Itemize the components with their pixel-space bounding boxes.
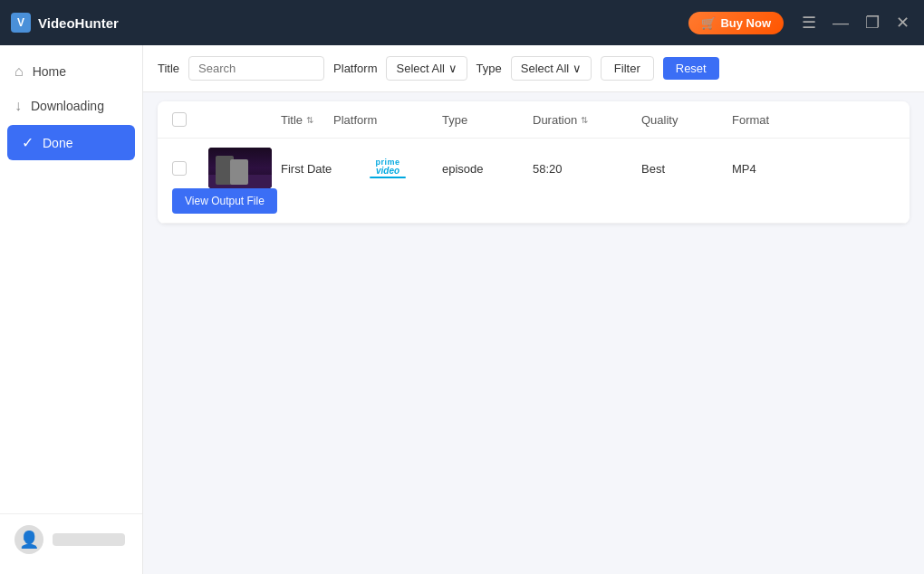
thumbnail-scene bbox=[208, 148, 272, 188]
buy-now-button[interactable]: 🛒 Buy Now bbox=[688, 12, 784, 34]
video-type: episode bbox=[442, 162, 484, 176]
header-format-col: Format bbox=[732, 113, 895, 127]
platform-label: Platform bbox=[333, 62, 377, 75]
quality-col-label: Quality bbox=[641, 113, 678, 127]
sidebar: ⌂ Home ↓ Downloading ✓ Done 👤 bbox=[0, 45, 143, 574]
select-all-checkbox[interactable] bbox=[172, 112, 187, 127]
window-controls: ☰ — ❐ ✕ bbox=[798, 13, 913, 33]
toolbar: Title Platform Select All ∨ Type Select … bbox=[143, 45, 924, 92]
header-title-col: Title ⇅ bbox=[281, 113, 333, 127]
sidebar-item-home[interactable]: ⌂ Home bbox=[0, 54, 142, 89]
row-duration-cell: 58:20 bbox=[533, 160, 641, 177]
view-output-button[interactable]: View Output File bbox=[172, 188, 277, 214]
title-label: Title bbox=[158, 62, 179, 75]
header-quality-col: Quality bbox=[641, 113, 732, 127]
app-logo-char: V bbox=[17, 16, 24, 29]
row-title-cell: First Date bbox=[281, 160, 333, 177]
cart-icon: 🛒 bbox=[701, 16, 716, 30]
sidebar-downloading-label: Downloading bbox=[31, 99, 104, 113]
reset-button[interactable]: Reset bbox=[663, 57, 719, 80]
home-icon: ⌂ bbox=[14, 63, 24, 80]
buy-now-label: Buy Now bbox=[720, 16, 771, 30]
type-select[interactable]: Select All ∨ bbox=[511, 56, 592, 81]
title-sort-icon[interactable]: ⇅ bbox=[306, 115, 313, 125]
row-checkbox-cell bbox=[172, 161, 208, 176]
download-icon: ↓ bbox=[14, 98, 22, 114]
sidebar-home-label: Home bbox=[33, 64, 66, 79]
app-logo: V bbox=[11, 13, 31, 33]
table-container: Title ⇅ Platform Type Duration ⇅ Quality bbox=[143, 92, 924, 574]
filter-button[interactable]: Filter bbox=[601, 56, 654, 81]
avatar: 👤 bbox=[14, 525, 43, 554]
video-format: MP4 bbox=[732, 162, 756, 176]
search-input[interactable] bbox=[188, 56, 324, 81]
format-col-label: Format bbox=[732, 113, 769, 127]
video-title: First Date bbox=[281, 162, 332, 176]
titlebar-left: V VideoHunter bbox=[11, 13, 119, 33]
duration-col-label: Duration bbox=[533, 113, 577, 127]
table-header: Title ⇅ Platform Type Duration ⇅ Quality bbox=[158, 101, 910, 139]
row-quality-cell: Best bbox=[641, 160, 732, 177]
avatar-icon: 👤 bbox=[19, 530, 39, 550]
minimize-button[interactable]: — bbox=[829, 13, 852, 33]
prime-video-text: video bbox=[376, 167, 399, 176]
header-platform-col: Platform bbox=[333, 113, 442, 127]
sidebar-user: 👤 bbox=[0, 513, 142, 565]
header-duration-col: Duration ⇅ bbox=[533, 113, 641, 127]
platform-select[interactable]: Select All ∨ bbox=[386, 56, 467, 81]
header-type-col: Type bbox=[442, 113, 533, 127]
app-title: VideoHunter bbox=[38, 15, 119, 31]
video-quality: Best bbox=[641, 162, 665, 176]
close-button[interactable]: ✕ bbox=[892, 13, 913, 33]
sidebar-item-done[interactable]: ✓ Done bbox=[7, 125, 135, 160]
platform-select-value: Select All ∨ bbox=[396, 62, 457, 75]
prime-video-logo: prime video bbox=[333, 158, 442, 178]
thumb-person2 bbox=[230, 159, 248, 185]
sidebar-spacer bbox=[0, 162, 142, 513]
row-checkbox[interactable] bbox=[172, 161, 187, 176]
row-format-cell: MP4 bbox=[732, 160, 895, 177]
video-thumbnail bbox=[208, 148, 272, 188]
type-col-label: Type bbox=[442, 113, 467, 127]
title-col-label: Title bbox=[281, 113, 303, 127]
sidebar-done-label: Done bbox=[43, 136, 72, 150]
type-select-value: Select All ∨ bbox=[521, 62, 582, 75]
header-checkbox-col bbox=[172, 112, 208, 127]
table-row: First Date prime video episode 58:20 bbox=[158, 139, 910, 224]
duration-sort-icon[interactable]: ⇅ bbox=[581, 115, 588, 125]
prime-underline bbox=[370, 177, 406, 178]
menu-icon[interactable]: ☰ bbox=[798, 13, 820, 33]
titlebar-right: 🛒 Buy Now ☰ — ❐ ✕ bbox=[688, 12, 913, 34]
row-thumbnail-cell bbox=[208, 148, 281, 188]
row-type-cell: episode bbox=[442, 160, 533, 177]
sidebar-item-downloading[interactable]: ↓ Downloading bbox=[0, 89, 142, 123]
done-icon: ✓ bbox=[22, 134, 34, 151]
row-action-cell: View Output File bbox=[172, 188, 208, 214]
titlebar: V VideoHunter 🛒 Buy Now ☰ — ❐ ✕ bbox=[0, 0, 924, 45]
platform-col-label: Platform bbox=[333, 113, 377, 127]
row-platform-cell: prime video bbox=[333, 158, 442, 178]
type-label: Type bbox=[476, 62, 502, 75]
content-area: Title Platform Select All ∨ Type Select … bbox=[143, 45, 924, 574]
video-duration: 58:20 bbox=[533, 162, 563, 176]
maximize-button[interactable]: ❐ bbox=[861, 13, 883, 33]
user-info-placeholder bbox=[53, 533, 125, 546]
main-layout: ⌂ Home ↓ Downloading ✓ Done 👤 Title Plat… bbox=[0, 45, 924, 574]
data-table: Title ⇅ Platform Type Duration ⇅ Quality bbox=[158, 101, 910, 224]
